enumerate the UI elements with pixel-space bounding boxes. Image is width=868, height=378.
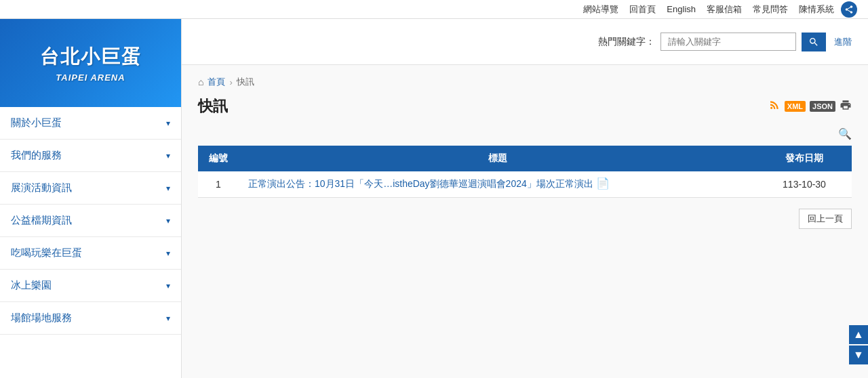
cell-title: 正常演出公告：10月31日「今天…istheDay劉德華巡迴演唱會2024」場次… [239,171,757,198]
search-label: 熱門關鍵字： [598,36,655,48]
share-icon[interactable] [841,1,857,18]
header-bar: 熱門關鍵字： 進階 [182,19,868,65]
sidebar-item-food[interactable]: 吃喝玩樂在巨蛋 ▾ [0,237,181,270]
sidebar-item-charity[interactable]: 公益檔期資訊 ▾ [0,205,181,237]
table-search-icon[interactable]: 🔍 [838,127,852,140]
news-title-link[interactable]: 正常演出公告：10月31日「今天…istheDay劉德華巡迴演唱會2024」場次… [248,178,593,189]
back-to-list-button[interactable]: 回上一頁 [799,209,852,229]
cell-date: 113-10-30 [757,171,852,198]
file-attachment-icon[interactable]: 📄 [596,178,608,190]
json-badge[interactable]: JSON [810,101,835,112]
printer-icon [840,99,852,111]
search-area: 熱門關鍵字： 進階 [598,33,852,51]
col-header-date: 發布日期 [757,146,852,171]
breadcrumb-separator: › [229,77,232,87]
sidebar-item-ice[interactable]: 冰上樂園 ▾ [0,270,181,302]
search-button[interactable] [802,33,826,51]
scroll-up-button[interactable]: ▲ [849,325,868,344]
content-area: ⌂ 首頁 › 快訊 快訊 XML JSON [182,65,868,240]
breadcrumb: ⌂ 首頁 › 快訊 [198,76,852,88]
search-input[interactable] [660,33,796,51]
chevron-down-icon: ▾ [166,314,170,323]
logo-english-text: TAIPEI ARENA [40,72,142,83]
table-row: 1正常演出公告：10月31日「今天…istheDay劉德華巡迴演唱會2024」場… [198,171,852,198]
xml-badge[interactable]: XML [785,101,806,112]
page-title-actions: XML JSON [768,98,852,115]
chevron-down-icon: ▾ [166,119,170,128]
top-navigation: 網站導覽 回首頁 English 客服信箱 常見問答 陳情系統 [0,0,868,19]
print-icon[interactable] [840,98,852,115]
sidebar-item-venue[interactable]: 場館場地服務 ▾ [0,302,181,335]
page-title: 快訊 [198,96,228,117]
scroll-buttons: ▲ ▼ [849,325,868,364]
scroll-down-button[interactable]: ▼ [849,345,868,364]
breadcrumb-current: 快訊 [237,76,254,88]
chevron-down-icon: ▾ [166,216,170,226]
rss-icon[interactable] [768,98,781,115]
main-layout: 台北小巨蛋 TAIPEI ARENA 關於小巨蛋 ▾ 我們的服務 ▾ 展演活動資… [0,19,868,378]
chevron-down-icon: ▾ [166,151,170,161]
chevron-down-icon: ▾ [166,184,170,193]
home-icon: ⌂ [198,77,203,87]
chevron-down-icon: ▾ [166,249,170,258]
page-title-row: 快訊 XML JSON [198,96,852,117]
nav-sitemap[interactable]: 網站導覽 [579,3,623,16]
sidebar-menu: 關於小巨蛋 ▾ 我們的服務 ▾ 展演活動資訊 ▾ 公益檔期資訊 ▾ [0,107,181,335]
sidebar-item-about[interactable]: 關於小巨蛋 ▾ [0,107,181,140]
sidebar-item-services[interactable]: 我們的服務 ▾ [0,140,181,172]
chevron-down-icon: ▾ [166,281,170,291]
breadcrumb-home[interactable]: 首頁 [208,76,225,88]
sidebar-item-events[interactable]: 展演活動資訊 ▾ [0,172,181,205]
col-header-title: 標題 [239,146,757,171]
logo-chinese-text: 台北小巨蛋 [40,44,142,70]
advanced-search-link[interactable]: 進階 [834,36,852,48]
col-header-number: 編號 [198,146,239,171]
search-icon [808,37,819,47]
nav-contact[interactable]: 客服信箱 [703,3,746,16]
pagination-row: 回上一頁 [198,209,852,229]
main-content: 熱門關鍵字： 進階 ⌂ 首頁 › 快訊 快訊 [182,19,868,378]
nav-english[interactable]: English [663,4,700,14]
nav-faq[interactable]: 常見問答 [749,3,792,16]
sidebar: 台北小巨蛋 TAIPEI ARENA 關於小巨蛋 ▾ 我們的服務 ▾ 展演活動資… [0,19,182,378]
nav-petition[interactable]: 陳情系統 [795,3,838,16]
news-table: 編號 標題 發布日期 1正常演出公告：10月31日「今天…istheDay劉德華… [198,146,852,198]
cell-number: 1 [198,171,239,198]
site-logo[interactable]: 台北小巨蛋 TAIPEI ARENA [0,19,181,107]
nav-home[interactable]: 回首頁 [625,3,660,16]
rss-feed-icon [768,99,781,111]
table-search-row: 🔍 [198,127,852,140]
